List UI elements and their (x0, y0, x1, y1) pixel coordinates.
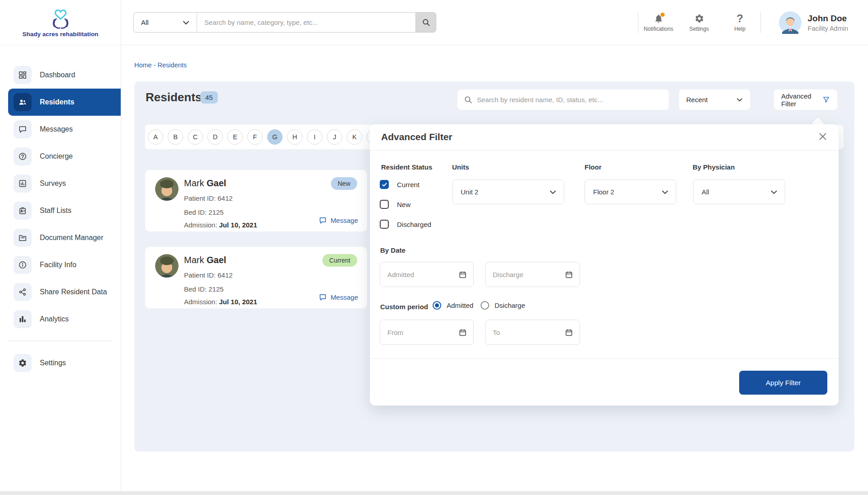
resident-status-label: Resident Status (381, 163, 432, 171)
advanced-filter-button[interactable]: Advanced Filter (774, 90, 837, 110)
patient-id: Patient ID: 6412 (184, 271, 233, 279)
settings-label: Settings (689, 26, 709, 32)
checkbox-new[interactable]: New (380, 200, 410, 209)
user-name: John Doe (808, 14, 848, 24)
modal-title: Advanced Filter (381, 132, 453, 142)
calendar-icon[interactable] (458, 328, 467, 337)
search-category-dropdown[interactable]: All (134, 13, 197, 32)
message-link[interactable]: Message (319, 216, 358, 224)
letter-filter-j[interactable]: J (327, 129, 342, 145)
sidebar-item-residents[interactable]: Residents (8, 89, 121, 116)
sidebar-item-dashboard[interactable]: Dashboard (0, 61, 121, 89)
brand-name: Shady acres rehabilitation (22, 31, 98, 38)
sidebar-item-surveys[interactable]: Surveys (0, 170, 121, 197)
search-submit-button[interactable] (415, 13, 436, 32)
modal-footer-divider (370, 358, 839, 359)
admission-date: Admission: Jul 10, 2021 (184, 298, 257, 306)
letter-filter-h[interactable]: H (287, 129, 302, 145)
sidebar-item-staff-lists[interactable]: Staff Lists (0, 197, 121, 224)
checkbox-checked-icon (380, 180, 389, 189)
user-profile[interactable]: John Doe Facility Admin (761, 11, 868, 34)
sort-dropdown[interactable]: Recent (679, 90, 750, 110)
by-physician-label: By Physician (693, 163, 735, 171)
radio-admitted[interactable]: Admitted (433, 301, 473, 310)
sidebar-item-document-manager[interactable]: Document Manager (0, 224, 121, 251)
chevron-down-icon (736, 98, 743, 102)
search-icon (464, 95, 472, 104)
sidebar-nav: Dashboard Residents Messages (0, 45, 121, 377)
bell-icon (654, 14, 664, 24)
discharge-date-field (485, 262, 580, 287)
search-category-value: All (141, 19, 149, 26)
resident-name: Mark Gael (184, 255, 226, 265)
sidebar-item-analytics[interactable]: Analytics (0, 306, 121, 333)
close-icon[interactable] (817, 131, 829, 142)
sidebar-item-facility-info[interactable]: Facility Info (0, 251, 121, 278)
checkbox-current[interactable]: Current (380, 180, 420, 189)
letter-filter-c[interactable]: C (188, 129, 203, 145)
notifications-label: Notifications (644, 26, 673, 32)
sidebar-item-label: Analytics (40, 315, 69, 323)
help-label: Help (734, 26, 745, 32)
floor-label: Floor (585, 163, 602, 171)
calendar-icon[interactable] (565, 270, 573, 279)
facility-info-icon (14, 256, 32, 274)
topbar: All Notifications (121, 0, 868, 45)
residents-search-input[interactable] (477, 96, 662, 104)
residents-icon (14, 93, 32, 111)
units-label: Units (452, 163, 469, 171)
apply-filter-button[interactable]: Apply Filter (739, 371, 827, 395)
admitted-date-field (380, 262, 474, 287)
units-dropdown[interactable]: Unit 2 (452, 179, 564, 204)
sidebar-item-label: Residents (40, 98, 74, 106)
sidebar-item-settings[interactable]: Settings (0, 349, 121, 377)
letter-filter-f[interactable]: F (247, 129, 263, 145)
brand-logo: Shady acres rehabilitation (0, 0, 121, 45)
resident-card[interactable]: Mark Gael Patient ID: 6412 Bed ID: 2125 … (145, 170, 367, 231)
from-date-input[interactable] (387, 329, 455, 336)
sidebar-item-concierge[interactable]: Concierge (0, 143, 121, 170)
letter-filter-b[interactable]: B (168, 129, 183, 145)
advanced-filter-label: Advanced Filter (781, 92, 818, 108)
chat-icon (319, 216, 327, 224)
to-date-input[interactable] (493, 329, 561, 336)
global-search-input[interactable] (197, 13, 415, 32)
sidebar-item-share-resident-data[interactable]: Share Resident Data (0, 278, 121, 306)
floor-dropdown[interactable]: Floor 2 (585, 179, 676, 204)
residents-search (458, 90, 669, 110)
checkbox-discharged[interactable]: Discharged (380, 220, 431, 229)
gear-icon (14, 354, 32, 372)
horizontal-scrollbar[interactable] (0, 491, 868, 495)
page-title: Residents (146, 90, 202, 104)
radio-discharge[interactable]: Dsicharge (481, 301, 525, 310)
resident-card[interactable]: Mark Gael Patient ID: 6412 Bed ID: 2125 … (145, 247, 367, 308)
message-link[interactable]: Message (319, 293, 358, 301)
letter-filter-g-selected[interactable]: G (267, 129, 283, 145)
dashboard-icon (14, 66, 32, 84)
notification-badge-dot (660, 13, 665, 17)
avatar (779, 11, 802, 34)
sidebar-item-label: Document Manager (40, 234, 104, 242)
sidebar-item-messages[interactable]: Messages (0, 116, 121, 143)
admitted-date-input[interactable] (387, 271, 455, 278)
calendar-icon[interactable] (458, 270, 467, 279)
concierge-icon (14, 147, 32, 165)
from-date-field (380, 320, 474, 345)
letter-filter-a[interactable]: A (148, 129, 163, 145)
physician-dropdown[interactable]: All (693, 179, 785, 204)
discharge-date-input[interactable] (493, 271, 561, 278)
topbar-actions: Notifications Settings ? Help (638, 0, 868, 45)
share-icon (14, 283, 32, 301)
letter-filter-d[interactable]: D (208, 129, 223, 145)
letter-filter-k[interactable]: K (347, 129, 362, 145)
search-icon (422, 18, 430, 27)
radio-selected-icon (433, 301, 441, 310)
calendar-icon[interactable] (565, 328, 573, 337)
letter-filter-i[interactable]: I (307, 129, 322, 145)
help-button[interactable]: ? Help (720, 14, 760, 32)
letter-filter-e[interactable]: E (227, 129, 243, 145)
settings-button[interactable]: Settings (679, 14, 720, 32)
user-role: Facility Admin (808, 25, 848, 32)
notifications-button[interactable]: Notifications (638, 14, 679, 32)
breadcrumb[interactable]: Home - Residents (134, 61, 187, 69)
